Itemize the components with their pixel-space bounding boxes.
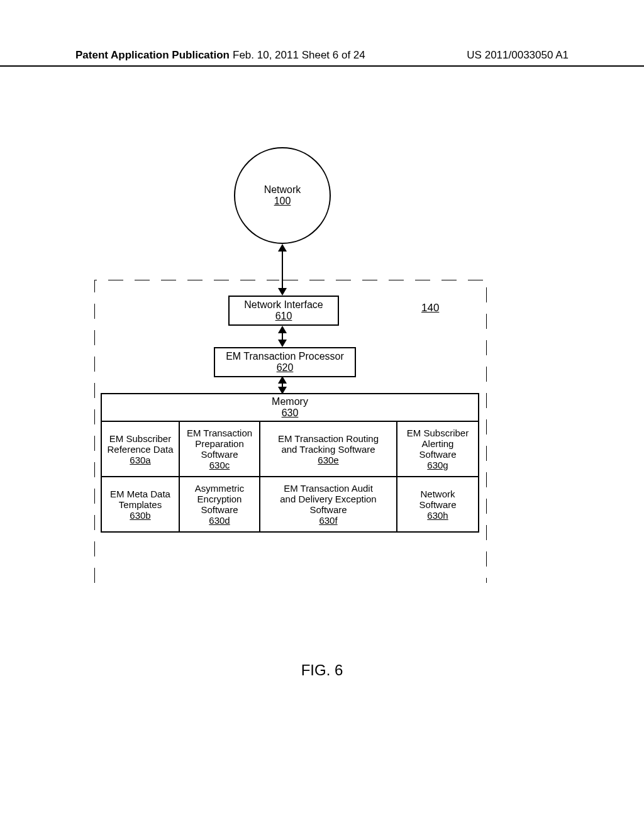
arrowhead-up-icon — [278, 244, 287, 252]
memory-row: EM Meta Data Templates 630b Asymmetric E… — [102, 476, 478, 531]
cell-630h: Network Software 630h — [397, 477, 478, 531]
arrowhead-up-icon — [278, 376, 287, 384]
figure-label: FIG. 6 — [0, 661, 644, 679]
ni-ref: 610 — [275, 311, 292, 322]
arrowhead-up-icon — [278, 326, 287, 333]
cell-630c: EM Transaction Preparation Software 630c — [180, 422, 260, 476]
cell-630e: EM Transaction Routing and Tracking Soft… — [260, 422, 397, 476]
cell-630f: EM Transaction Audit and Delivery Except… — [260, 477, 397, 531]
memory-header: Memory 630 — [102, 394, 478, 422]
cell-630a: EM Subscriber Reference Data 630a — [102, 422, 180, 476]
proc-label: EM Transaction Processor — [226, 351, 344, 362]
proc-ref: 620 — [277, 362, 294, 374]
cell-630g: EM Subscriber Alerting Software 630g — [397, 422, 478, 476]
memory-grid: EM Subscriber Reference Data 630a EM Tra… — [102, 422, 478, 531]
memory-ref: 630 — [282, 407, 299, 418]
memory-box: Memory 630 EM Subscriber Reference Data … — [101, 393, 479, 533]
cell-630d: Asymmetric Encryption Software 630d — [180, 477, 260, 531]
container-ref: 140 — [421, 302, 439, 314]
cell-630b: EM Meta Data Templates 630b — [102, 477, 180, 531]
memory-label: Memory — [272, 396, 308, 407]
network-label: Network — [264, 184, 301, 196]
network-node: Network 100 — [234, 147, 331, 244]
processor-box: EM Transaction Processor 620 — [214, 347, 356, 377]
arrowhead-down-icon — [278, 340, 287, 347]
network-ref: 100 — [274, 196, 291, 207]
memory-row: EM Subscriber Reference Data 630a EM Tra… — [102, 422, 478, 476]
ni-label: Network Interface — [244, 299, 323, 311]
network-interface-box: Network Interface 610 — [228, 296, 339, 326]
diagram-canvas: Network 100 140 Network Interface 610 EM… — [0, 0, 644, 830]
